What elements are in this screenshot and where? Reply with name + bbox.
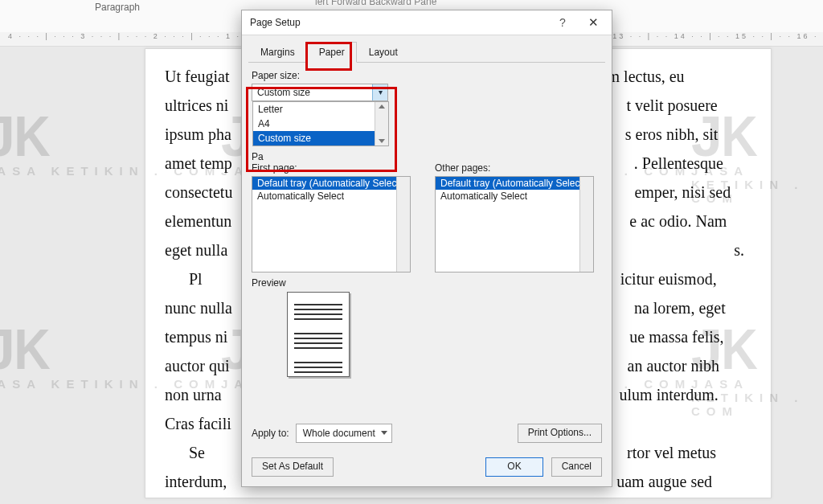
doc-text: s. bbox=[734, 241, 744, 259]
first-page-tray-list[interactable]: Default tray (Automatically Select) Auto… bbox=[252, 176, 411, 272]
paper-size-section: Paper size: Custom size ▾ Letter A4 Cust… bbox=[242, 64, 612, 162]
paper-source-section: First page: Default tray (Automatically … bbox=[242, 162, 612, 272]
other-pages-label: Other pages: bbox=[435, 162, 602, 174]
tray-option-default[interactable]: Default tray (Automatically Select) bbox=[436, 177, 593, 190]
preview-label: Preview bbox=[242, 272, 612, 292]
doc-text: ultrices ni bbox=[165, 96, 228, 114]
tray-scrollbar[interactable] bbox=[579, 177, 593, 272]
doc-text: non urna bbox=[165, 386, 222, 404]
preview-thumbnail bbox=[287, 292, 350, 377]
tab-paper[interactable]: Paper bbox=[307, 42, 357, 63]
doc-text: uam augue sed bbox=[616, 473, 712, 490]
doc-text: consectetu bbox=[165, 183, 232, 201]
doc-text: na lorem, eget bbox=[634, 299, 726, 317]
cancel-button[interactable]: Cancel bbox=[551, 457, 602, 477]
apply-to-value: Whole document bbox=[303, 428, 375, 439]
apply-to-select[interactable]: Whole document bbox=[296, 424, 392, 443]
set-as-default-button[interactable]: Set As Default bbox=[252, 457, 334, 477]
ribbon-group-label: Paragraph bbox=[95, 2, 140, 13]
doc-text: e ac odio. Nam bbox=[629, 212, 727, 230]
tray-option-auto[interactable]: Automatically Select bbox=[252, 190, 410, 203]
paper-size-option-custom[interactable]: Custom size bbox=[253, 131, 388, 145]
doc-text: . Pellentesque bbox=[634, 154, 723, 172]
doc-text: auctor qui bbox=[165, 357, 230, 375]
paper-size-option-letter[interactable]: Letter bbox=[253, 102, 388, 117]
tray-scrollbar[interactable] bbox=[396, 177, 410, 272]
first-page-label: First page: bbox=[252, 162, 419, 174]
dialog-titlebar[interactable]: Page Setup ? ✕ bbox=[242, 10, 612, 35]
tab-margins[interactable]: Margins bbox=[248, 42, 307, 63]
doc-text: Cras facili bbox=[165, 415, 231, 432]
doc-text: elementun bbox=[165, 212, 231, 230]
doc-text: emper, nisi sed bbox=[634, 183, 731, 201]
page-setup-dialog: Page Setup ? ✕ Margins Paper Layout Pape… bbox=[241, 10, 612, 487]
doc-text: an auctor nibh bbox=[628, 357, 719, 375]
doc-text: ue massa felis, bbox=[629, 328, 723, 346]
paper-size-option-a4[interactable]: A4 bbox=[253, 117, 388, 131]
doc-text: tempus ni bbox=[165, 328, 227, 346]
doc-text: Ut feugiat bbox=[165, 68, 230, 85]
tray-option-default[interactable]: Default tray (Automatically Select) bbox=[252, 177, 410, 190]
tab-layout[interactable]: Layout bbox=[357, 42, 410, 63]
doc-text: interdum, bbox=[165, 473, 227, 490]
print-options-button[interactable]: Print Options... bbox=[518, 424, 602, 443]
doc-text: eget nulla bbox=[165, 241, 227, 259]
doc-text: nunc nulla bbox=[165, 299, 232, 317]
ok-button[interactable]: OK bbox=[485, 457, 543, 477]
dropdown-scrollbar[interactable] bbox=[375, 102, 388, 145]
doc-text: icitur euismod, bbox=[620, 270, 717, 288]
paper-size-dropdown: Letter A4 Custom size bbox=[252, 101, 389, 146]
doc-text: amet temp bbox=[165, 154, 232, 172]
paper-size-value: Custom size bbox=[257, 87, 310, 98]
doc-text: rtor vel metus bbox=[627, 444, 716, 461]
ribbon-hints: lert Forward Backward Pane bbox=[315, 0, 436, 7]
doc-text: ipsum pha bbox=[165, 125, 231, 143]
apply-to-label: Apply to: bbox=[252, 428, 289, 439]
other-pages-tray-list[interactable]: Default tray (Automatically Select) Auto… bbox=[435, 176, 594, 272]
doc-text: t velit posuere bbox=[626, 96, 717, 114]
chevron-down-icon[interactable]: ▾ bbox=[372, 84, 387, 100]
help-icon[interactable]: ? bbox=[551, 10, 575, 35]
doc-text: s eros nibh, sit bbox=[625, 125, 719, 143]
doc-text: Se bbox=[189, 444, 205, 461]
doc-text: ulum interdum. bbox=[620, 386, 719, 404]
dialog-title: Page Setup bbox=[250, 17, 301, 28]
doc-text: Pl bbox=[189, 270, 203, 288]
close-icon[interactable]: ✕ bbox=[581, 10, 605, 35]
paper-size-combo[interactable]: Custom size ▾ Letter A4 Custom size bbox=[252, 84, 388, 101]
paper-source-heading-clipped: Pa bbox=[252, 151, 602, 162]
paper-size-label: Paper size: bbox=[252, 70, 602, 81]
tray-option-auto[interactable]: Automatically Select bbox=[436, 190, 593, 203]
dialog-tabs: Margins Paper Layout bbox=[242, 35, 612, 63]
